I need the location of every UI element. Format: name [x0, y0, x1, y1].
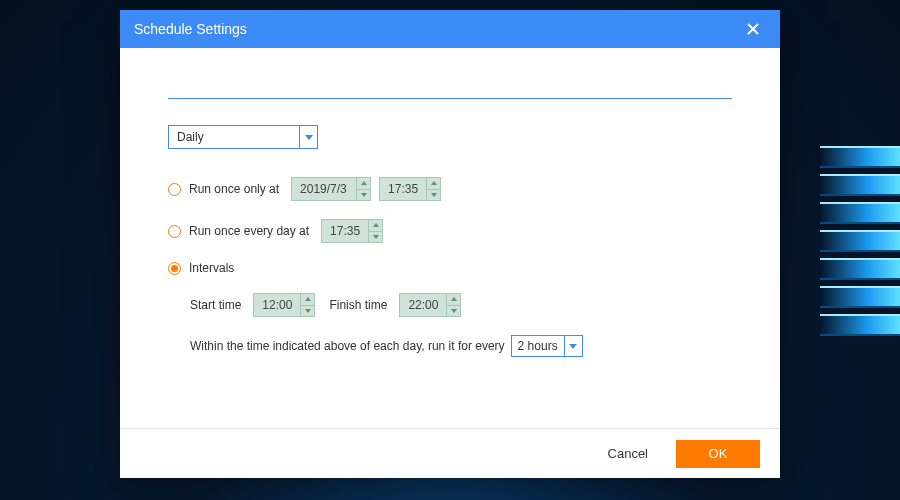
- chevron-up-icon[interactable]: [369, 220, 382, 232]
- dialog-content: General Advanced Daily Run once only at …: [120, 48, 780, 428]
- run-daily-time-value: 17:35: [322, 220, 368, 242]
- option-run-once: Run once only at 2019/7/3 17:35: [168, 177, 732, 201]
- chevron-up-icon[interactable]: [427, 178, 440, 190]
- finish-time-value: 22:00: [400, 294, 446, 316]
- cancel-button[interactable]: Cancel: [598, 440, 658, 467]
- chevron-down-icon[interactable]: [299, 126, 317, 148]
- tab-bar: General Advanced: [168, 76, 732, 99]
- tab-advanced[interactable]: Advanced: [267, 76, 376, 98]
- finish-time-label: Finish time: [329, 298, 387, 312]
- schedule-settings-dialog: Schedule Settings General Advanced Daily…: [120, 10, 780, 478]
- option-run-daily: Run once every day at 17:35: [168, 219, 732, 243]
- radio-run-daily[interactable]: [168, 225, 181, 238]
- chevron-down-icon[interactable]: [369, 232, 382, 243]
- intervals-time-row: Start time 12:00 Finish time 22:00: [190, 293, 732, 317]
- tab-label: General: [196, 80, 239, 94]
- option-intervals: Intervals: [168, 261, 732, 275]
- radio-intervals[interactable]: [168, 262, 181, 275]
- frequency-select[interactable]: Daily: [168, 125, 318, 149]
- run-once-label: Run once only at: [189, 182, 279, 196]
- run-daily-time-input[interactable]: 17:35: [321, 219, 383, 243]
- ok-button[interactable]: OK: [676, 440, 760, 468]
- finish-time-input[interactable]: 22:00: [399, 293, 461, 317]
- run-once-time-value: 17:35: [380, 178, 426, 200]
- chevron-up-icon[interactable]: [447, 294, 460, 306]
- start-time-label: Start time: [190, 298, 241, 312]
- start-time-value: 12:00: [254, 294, 300, 316]
- run-daily-label: Run once every day at: [189, 224, 309, 238]
- intervals-sentence: Within the time indicated above of each …: [190, 339, 505, 353]
- run-once-date-value: 2019/7/3: [292, 178, 356, 200]
- start-time-input[interactable]: 12:00: [253, 293, 315, 317]
- date-spinner[interactable]: [356, 178, 370, 200]
- run-once-date-input[interactable]: 2019/7/3: [291, 177, 371, 201]
- tab-general[interactable]: General: [168, 76, 267, 98]
- titlebar: Schedule Settings: [120, 10, 780, 48]
- radio-run-once[interactable]: [168, 183, 181, 196]
- dialog-title: Schedule Settings: [134, 21, 247, 37]
- time-spinner[interactable]: [368, 220, 382, 242]
- chevron-down-icon[interactable]: [564, 336, 582, 356]
- chevron-up-icon[interactable]: [357, 178, 370, 190]
- frequency-value: Daily: [169, 130, 299, 144]
- intervals-label: Intervals: [189, 261, 234, 275]
- close-button[interactable]: [740, 16, 766, 42]
- period-select[interactable]: 2 hours: [511, 335, 583, 357]
- chevron-down-icon[interactable]: [427, 190, 440, 201]
- time-spinner[interactable]: [446, 294, 460, 316]
- chevron-down-icon[interactable]: [301, 306, 314, 317]
- dialog-footer: Cancel OK: [120, 428, 780, 478]
- run-once-time-input[interactable]: 17:35: [379, 177, 441, 201]
- time-spinner[interactable]: [300, 294, 314, 316]
- chevron-down-icon[interactable]: [447, 306, 460, 317]
- chevron-up-icon[interactable]: [301, 294, 314, 306]
- time-spinner[interactable]: [426, 178, 440, 200]
- close-icon: [747, 23, 759, 35]
- period-value: 2 hours: [512, 339, 564, 353]
- desktop-decor: [820, 140, 900, 342]
- intervals-period-row: Within the time indicated above of each …: [190, 335, 732, 357]
- tab-label: Advanced: [295, 80, 348, 94]
- chevron-down-icon[interactable]: [357, 190, 370, 201]
